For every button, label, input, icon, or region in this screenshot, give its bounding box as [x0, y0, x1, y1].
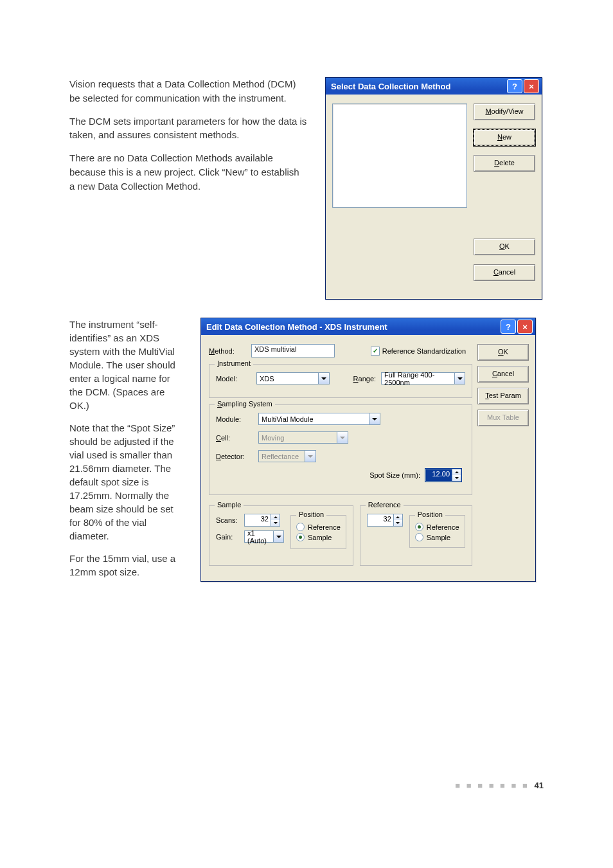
spot-size-label: Spot Size (mm): — [369, 471, 420, 479]
paragraph: There are no Data Collection Methods ava… — [69, 151, 307, 193]
close-icon[interactable]: × — [524, 79, 539, 93]
spin-down-icon[interactable] — [271, 520, 280, 526]
sampling-system-group-label: Sampling System — [215, 400, 275, 408]
chevron-down-icon — [318, 373, 329, 384]
chevron-down-icon — [305, 451, 315, 462]
help-icon[interactable]: ? — [507, 79, 522, 93]
detector-label: Detector: — [216, 453, 253, 460]
dialog-titlebar[interactable]: Select Data Collection Method ? × — [326, 78, 542, 95]
reference-group-label: Reference — [366, 501, 404, 509]
model-label: Model: — [216, 375, 251, 383]
method-label: Method: — [209, 347, 246, 355]
spot-size-value: 12.00 — [426, 469, 452, 481]
module-label: Module: — [216, 415, 253, 423]
ok-button[interactable]: OK — [477, 344, 529, 361]
paragraph: Vision requests that a Data Collection M… — [69, 77, 307, 105]
sample-pos-sample-radio[interactable]: Sample — [296, 533, 341, 541]
chevron-down-icon — [273, 531, 283, 542]
mux-table-button: Mux Table — [477, 410, 529, 426]
ref-pos-reference-radio[interactable]: Reference — [415, 523, 459, 531]
chevron-down-icon — [454, 373, 465, 384]
footer-dots: ■ ■ ■ ■ ■ ■ ■ — [455, 781, 529, 790]
ref-std-label: Reference Standardization — [382, 347, 466, 355]
model-combo[interactable]: XDS — [256, 372, 330, 384]
range-combo[interactable]: Full Range 400-2500nm — [381, 372, 465, 384]
reference-scans-spinner[interactable]: 32 — [367, 514, 403, 527]
chevron-down-icon — [337, 432, 348, 443]
reference-scans-value: 32 — [368, 514, 393, 526]
scans-label: Scans: — [216, 516, 239, 524]
edit-dcm-dialog: Edit Data Collection Method - XDS Instru… — [200, 318, 536, 582]
spin-up-icon[interactable] — [452, 469, 461, 475]
dialog-title: Edit Data Collection Method - XDS Instru… — [206, 322, 387, 332]
sample-scans-spinner[interactable]: 32 — [244, 514, 280, 527]
new-button[interactable]: New — [474, 129, 535, 146]
instrument-group-label: Instrument — [215, 359, 253, 367]
range-label: Range: — [353, 375, 376, 383]
cancel-button[interactable]: Cancel — [477, 366, 529, 383]
dialog-title: Select Data Collection Method — [331, 82, 450, 91]
paragraph: For the 15mm vial, use a 12mm spot size. — [69, 552, 185, 579]
cell-value: Moving — [262, 434, 284, 442]
detector-combo: Reflectance — [258, 450, 316, 462]
test-param-button[interactable]: Test Param — [477, 388, 529, 404]
dcm-listbox[interactable] — [332, 104, 467, 208]
spin-up-icon[interactable] — [271, 514, 280, 520]
gain-label: Gain: — [216, 533, 239, 541]
help-icon[interactable]: ? — [501, 320, 516, 334]
dialog-titlebar[interactable]: Edit Data Collection Method - XDS Instru… — [201, 318, 535, 335]
chevron-down-icon — [369, 413, 380, 424]
detector-value: Reflectance — [262, 453, 299, 460]
ok-button[interactable]: OK — [474, 239, 535, 255]
paragraph: The DCM sets important parameters for ho… — [69, 114, 307, 143]
paragraph: The instrument “self-identifies” as an X… — [69, 318, 185, 412]
gain-combo[interactable]: x1 (Auto) — [244, 530, 284, 543]
reference-position-label: Position — [415, 511, 445, 518]
cancel-button[interactable]: Cancel — [474, 264, 535, 281]
spin-down-icon[interactable] — [393, 520, 402, 526]
cell-label: Cell: — [216, 434, 253, 442]
paragraph: Note that the “Spot Size” should be adju… — [69, 421, 185, 543]
sample-pos-reference-radio[interactable]: Reference — [296, 523, 341, 531]
radio-icon — [415, 523, 423, 531]
sample-position-label: Position — [296, 511, 326, 518]
close-icon[interactable]: × — [517, 320, 533, 334]
spin-down-icon[interactable] — [452, 475, 461, 481]
radio-label: Sample — [427, 534, 450, 541]
radio-icon — [296, 533, 305, 541]
range-value: Full Range 400-2500nm — [384, 371, 454, 386]
ref-std-checkbox[interactable]: ✓ Reference Standardization — [371, 347, 466, 356]
modify-view-button[interactable]: Modify/View — [474, 104, 535, 120]
radio-label: Reference — [427, 523, 459, 531]
method-input[interactable]: XDS multivial — [251, 344, 335, 357]
radio-icon — [415, 533, 423, 541]
module-value: MultiVial Module — [262, 415, 314, 423]
module-combo[interactable]: MultiVial Module — [258, 413, 380, 425]
select-dcm-dialog: Select Data Collection Method ? × Modify… — [325, 77, 542, 300]
sample-group-label: Sample — [215, 501, 244, 509]
radio-icon — [296, 523, 305, 531]
delete-button[interactable]: Delete — [474, 155, 535, 172]
sample-scans-value: 32 — [245, 514, 271, 526]
ref-pos-sample-radio[interactable]: Sample — [415, 533, 459, 541]
gain-value: x1 (Auto) — [247, 529, 273, 545]
radio-label: Reference — [308, 523, 341, 531]
checkbox-icon: ✓ — [371, 347, 380, 356]
spot-size-spinner[interactable]: 12.00 — [425, 469, 461, 482]
page-number: 41 — [535, 781, 544, 790]
spin-up-icon[interactable] — [393, 514, 402, 520]
model-value: XDS — [260, 375, 274, 383]
radio-label: Sample — [308, 534, 332, 541]
cell-combo: Moving — [258, 431, 348, 444]
